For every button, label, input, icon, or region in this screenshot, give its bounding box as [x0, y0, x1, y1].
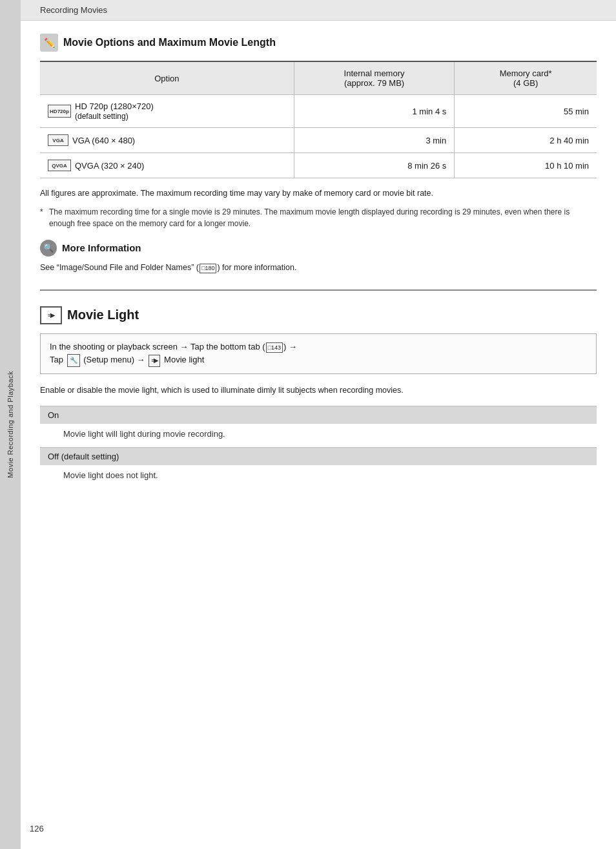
more-info-title: More Information	[62, 242, 141, 253]
hd-internal-memory: 1 min 4 s	[294, 95, 454, 128]
qvga-memory-card: 10 h 10 min	[455, 153, 597, 178]
section-movie-light: ≡▶ Movie Light In the shooting or playba…	[40, 306, 597, 486]
movie-light-title: Movie Light	[67, 308, 139, 322]
movie-light-heading: ≡▶ Movie Light	[40, 306, 597, 324]
section-movie-options: ✏️ Movie Options and Maximum Movie Lengt…	[40, 34, 597, 229]
table-row: QVGA QVGA (320 × 240) 8 min 26 s 10 h 10…	[40, 153, 597, 178]
sidebar: Movie Recording and Playback	[0, 0, 21, 849]
col3-header: Memory card* (4 GB)	[455, 61, 597, 95]
col1-header: Option	[40, 61, 294, 95]
vga-icon: VGA	[48, 134, 68, 146]
table-row: HD720p HD 720p (1280×720)(default settin…	[40, 95, 597, 128]
option-off-header: Off (default setting)	[40, 447, 597, 465]
setup-wrench-icon: 🔧	[67, 354, 80, 367]
note-text: All figures are approximate. The maximum…	[40, 187, 597, 200]
section-more-info: 🔍 More Information See “Image/Sound File…	[40, 240, 597, 274]
option-on-description: Movie light will light during movie reco…	[40, 424, 597, 445]
instruction-line1: In the shooting or playback screen → Tap…	[50, 341, 587, 354]
more-info-text: See “Image/Sound File and Folder Names” …	[40, 262, 597, 274]
page-header-bar: Recording Movies	[21, 0, 616, 21]
col2-header: Internal memory (approx. 79 MB)	[294, 61, 454, 95]
option-on-header: On	[40, 406, 597, 424]
instruction-box: In the shooting or playback screen → Tap…	[40, 333, 597, 375]
vga-memory-card: 2 h 40 min	[455, 128, 597, 153]
option-cell-qvga: QVGA QVGA (320 × 240)	[40, 153, 294, 178]
page-number: 126	[30, 824, 44, 833]
more-info-heading: 🔍 More Information	[40, 240, 597, 257]
qvga-internal-memory: 8 min 26 s	[294, 153, 454, 178]
sidebar-label: Movie Recording and Playback	[6, 371, 14, 478]
table-row: VGA VGA (640 × 480) 3 min 2 h 40 min	[40, 128, 597, 153]
option-cell-vga: VGA VGA (640 × 480)	[40, 128, 294, 153]
pencil-icon: ✏️	[40, 34, 58, 52]
page-header-text: Recording Movies	[40, 5, 107, 15]
footnote-text: The maximum recording time for a single …	[40, 206, 597, 229]
hd-memory-card: 55 min	[455, 95, 597, 128]
book-ref-143: □ 143	[266, 342, 283, 353]
hd-icon: HD720p	[48, 105, 71, 118]
section-movie-options-title: Movie Options and Maximum Movie Length	[63, 37, 276, 48]
instruction-line2: Tap 🔧 (Setup menu) → ≡▶ Movie light	[50, 353, 587, 367]
main-content: Recording Movies ✏️ Movie Options and Ma…	[21, 0, 616, 849]
section-movie-options-heading: ✏️ Movie Options and Maximum Movie Lengt…	[40, 34, 597, 52]
movie-light-icon: ≡▶	[40, 306, 62, 324]
more-info-icon: 🔍	[40, 240, 57, 257]
qvga-icon: QVGA	[48, 160, 71, 171]
vga-internal-memory: 3 min	[294, 128, 454, 153]
options-table: Option Internal memory (approx. 79 MB) M…	[40, 61, 597, 178]
option-off-description: Movie light does not light.	[40, 465, 597, 486]
section-divider	[40, 289, 597, 291]
option-cell-hd: HD720p HD 720p (1280×720)(default settin…	[40, 95, 294, 128]
book-ref-180: □ 180	[200, 264, 216, 274]
movie-light-inline-icon: ≡▶	[149, 355, 160, 366]
movie-light-description: Enable or disable the movie light, which…	[40, 384, 597, 397]
